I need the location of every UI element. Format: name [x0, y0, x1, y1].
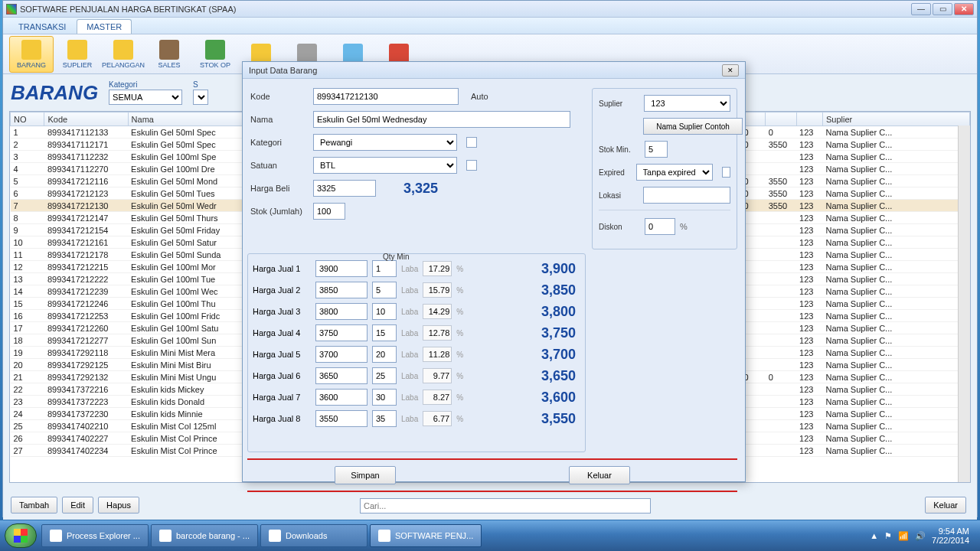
network-icon[interactable]: 📶 — [898, 531, 909, 541]
price-row-3: Harga Jual 3Laba%3,800 — [253, 303, 580, 320]
grid-header[interactable]: Suplier — [822, 112, 969, 126]
price-value-input[interactable] — [315, 324, 368, 341]
start-button[interactable] — [5, 523, 37, 548]
stokmin-input[interactable] — [645, 141, 668, 158]
minimize-button[interactable]: — — [911, 3, 931, 15]
lokasi-input[interactable] — [643, 187, 730, 204]
tab-transaksi[interactable]: TRANSAKSI — [9, 20, 75, 34]
grid-scrollbar[interactable] — [958, 126, 970, 482]
laba-display — [423, 411, 452, 426]
taskbar: Process Explorer ...barcode barang - ...… — [0, 520, 980, 551]
satuan-label: Satuan — [250, 161, 309, 170]
stok-input[interactable] — [313, 203, 345, 220]
expired-check[interactable] — [722, 167, 730, 178]
volume-icon[interactable]: 🔊 — [915, 531, 926, 541]
tray-icon[interactable]: ▲ — [870, 531, 878, 540]
simpan-button[interactable]: Simpan — [335, 466, 396, 484]
suplier-select[interactable]: 123 — [644, 95, 730, 112]
lokasi-label: Lokasi — [599, 191, 639, 200]
kategori-select[interactable]: Pewangi — [313, 134, 457, 151]
toolbar-btn-SUPLIER[interactable]: SUPLIER — [55, 36, 100, 73]
price-value-input[interactable] — [315, 260, 368, 277]
price-row-6: Harga Jual 6Laba%3,650 — [253, 367, 580, 384]
qty-min-input[interactable] — [372, 260, 397, 277]
tab-master[interactable]: MASTER — [77, 19, 132, 34]
suplier-name-button[interactable]: Nama Suplier Contoh — [643, 118, 743, 135]
diskon-label: Diskon — [599, 223, 640, 231]
price-value-input[interactable] — [315, 346, 368, 363]
qty-min-input[interactable] — [372, 324, 397, 341]
expired-select[interactable]: Tanpa expired — [636, 164, 713, 181]
grid-header[interactable]: NO — [11, 112, 44, 126]
stokmin-label: Stok Min. — [599, 145, 640, 154]
qty-min-input[interactable] — [372, 303, 397, 320]
toolbar-icon — [21, 40, 41, 60]
price-display: 3,750 — [541, 325, 576, 341]
keluar-button[interactable]: Keluar — [925, 497, 966, 514]
modal-input-barang: Input Data Barang ✕ KodeAuto Nama Katego… — [242, 61, 746, 482]
price-display: 3,550 — [541, 411, 576, 427]
toolbar-icon — [343, 44, 363, 64]
qty-min-input[interactable] — [372, 346, 397, 363]
app-icon — [6, 4, 17, 15]
edit-button[interactable]: Edit — [62, 497, 93, 514]
task-icon — [159, 530, 172, 542]
price-value-input[interactable] — [315, 367, 368, 384]
taskbar-item[interactable]: barcode barang - ... — [151, 524, 258, 547]
modal-keluar-button[interactable]: Keluar — [569, 466, 630, 484]
auto-label[interactable]: Auto — [471, 92, 488, 101]
flag-icon[interactable]: ⚑ — [884, 531, 892, 541]
toolbar-btn-BARANG[interactable]: BARANG — [9, 36, 54, 73]
close-button[interactable]: ✕ — [954, 3, 974, 15]
nama-input[interactable] — [313, 111, 570, 128]
satuan-select[interactable]: BTL — [313, 157, 457, 174]
filter-kategori-select[interactable]: SEMUA — [109, 90, 182, 105]
toolbar-btn-STOK OP[interactable]: STOK OP — [193, 36, 237, 73]
price-row-2: Harga Jual 2Laba%3,850 — [253, 282, 580, 298]
system-tray[interactable]: ▲ ⚑ 📶 🔊 9:54 AM7/22/2014 — [870, 527, 975, 545]
laba-display — [423, 325, 452, 341]
filter-s-select[interactable] — [193, 90, 208, 105]
hargabeli-input[interactable] — [313, 180, 376, 197]
qty-min-input[interactable] — [372, 410, 397, 427]
qty-min-input[interactable] — [372, 389, 397, 406]
qtymin-header: Qty Min — [383, 253, 409, 261]
titlebar: SOFTWARE PENJUALAN HARGA BERTINGKAT (SPA… — [3, 1, 977, 18]
satuan-check[interactable] — [466, 160, 477, 171]
qty-min-input[interactable] — [372, 367, 397, 384]
taskbar-item[interactable]: Downloads — [260, 524, 368, 547]
grid-header[interactable] — [796, 112, 822, 126]
kategori-check[interactable] — [466, 137, 477, 148]
windows-icon — [14, 529, 28, 543]
search-input[interactable] — [360, 498, 651, 514]
toolbar-icon — [389, 44, 409, 64]
price-value-input[interactable] — [315, 410, 368, 427]
grid-header[interactable] — [766, 112, 796, 126]
modal-title: Input Data Barang — [249, 66, 722, 75]
kode-input[interactable] — [313, 88, 459, 105]
divider — [247, 458, 737, 460]
tambah-button[interactable]: Tambah — [11, 497, 57, 514]
laba-display — [423, 304, 452, 319]
modal-close-button[interactable]: ✕ — [722, 64, 739, 77]
price-value-input[interactable] — [315, 389, 368, 406]
taskbar-item[interactable]: SOFTWARE PENJ... — [370, 524, 482, 547]
price-display: 3,850 — [541, 282, 576, 298]
clock-date: 7/22/2014 — [932, 536, 969, 545]
diskon-input[interactable] — [645, 218, 675, 235]
toolbar-btn-SALES[interactable]: SALES — [147, 36, 191, 73]
laba-display — [423, 347, 452, 362]
hargabeli-display: 3,325 — [403, 181, 438, 197]
hargabeli-label: Harga Beli — [250, 184, 309, 193]
laba-display — [423, 261, 452, 276]
price-tiers: Qty Min Harga Jual 1Laba%3,900Harga Jual… — [247, 253, 586, 452]
hapus-button[interactable]: Hapus — [98, 497, 139, 514]
price-value-input[interactable] — [315, 282, 368, 298]
grid-header[interactable]: Kode — [44, 112, 128, 126]
qty-min-input[interactable] — [372, 282, 397, 298]
maximize-button[interactable]: ▭ — [933, 3, 952, 15]
clock-time: 9:54 AM — [932, 527, 969, 536]
toolbar-btn-PELANGGAN[interactable]: PELANGGAN — [101, 36, 145, 73]
taskbar-item[interactable]: Process Explorer ... — [41, 524, 149, 547]
price-value-input[interactable] — [315, 303, 368, 320]
